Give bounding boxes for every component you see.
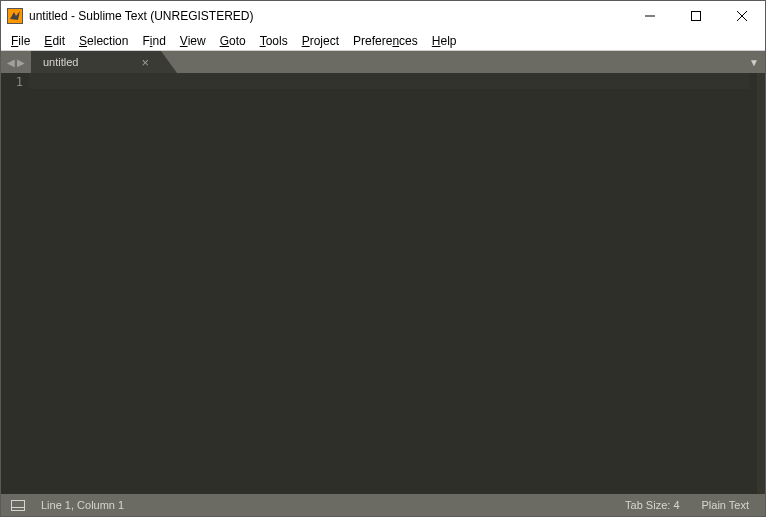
text-editor[interactable] (29, 73, 757, 494)
tab-nav-arrows: ◀ ▶ (1, 51, 31, 73)
tabstrip: ◀ ▶ untitled × ▼ (1, 51, 765, 73)
status-tab-size[interactable]: Tab Size: 4 (619, 499, 685, 511)
svg-rect-1 (12, 500, 25, 510)
gutter-line-number: 1 (1, 75, 23, 89)
close-icon (737, 11, 747, 21)
svg-rect-0 (692, 12, 701, 21)
menu-view[interactable]: View (174, 32, 212, 50)
menu-help[interactable]: Help (426, 32, 463, 50)
close-button[interactable] (719, 1, 765, 31)
minimize-icon (645, 11, 655, 21)
tab-nav-back-icon[interactable]: ◀ (7, 57, 15, 68)
menubar: File Edit Selection Find View Goto Tools… (1, 31, 765, 51)
minimize-button[interactable] (627, 1, 673, 31)
menu-tools[interactable]: Tools (254, 32, 294, 50)
panel-switcher-icon[interactable] (11, 500, 25, 511)
maximize-button[interactable] (673, 1, 719, 31)
editor-area: 1 (1, 73, 765, 494)
gutter: 1 (1, 73, 29, 494)
app-window: untitled - Sublime Text (UNREGISTERED) F… (0, 0, 766, 517)
minimap[interactable] (757, 73, 765, 494)
caret-line-highlight (29, 73, 749, 89)
status-syntax[interactable]: Plain Text (696, 499, 756, 511)
menu-edit[interactable]: Edit (38, 32, 71, 50)
menu-file[interactable]: File (5, 32, 36, 50)
tab-untitled[interactable]: untitled × (31, 51, 161, 73)
status-line-column[interactable]: Line 1, Column 1 (35, 499, 130, 511)
maximize-icon (691, 11, 701, 21)
titlebar: untitled - Sublime Text (UNREGISTERED) (1, 1, 765, 31)
menu-find[interactable]: Find (136, 32, 171, 50)
tab-overflow-icon[interactable]: ▼ (749, 51, 759, 73)
window-title: untitled - Sublime Text (UNREGISTERED) (29, 9, 254, 23)
statusbar: Line 1, Column 1 Tab Size: 4 Plain Text (1, 494, 765, 516)
tab-label: untitled (43, 56, 139, 68)
menu-goto[interactable]: Goto (214, 32, 252, 50)
menu-selection[interactable]: Selection (73, 32, 134, 50)
tab-nav-forward-icon[interactable]: ▶ (17, 57, 25, 68)
tab-close-icon[interactable]: × (139, 56, 151, 69)
app-icon (7, 8, 23, 24)
menu-project[interactable]: Project (296, 32, 345, 50)
menu-preferences[interactable]: Preferences (347, 32, 424, 50)
